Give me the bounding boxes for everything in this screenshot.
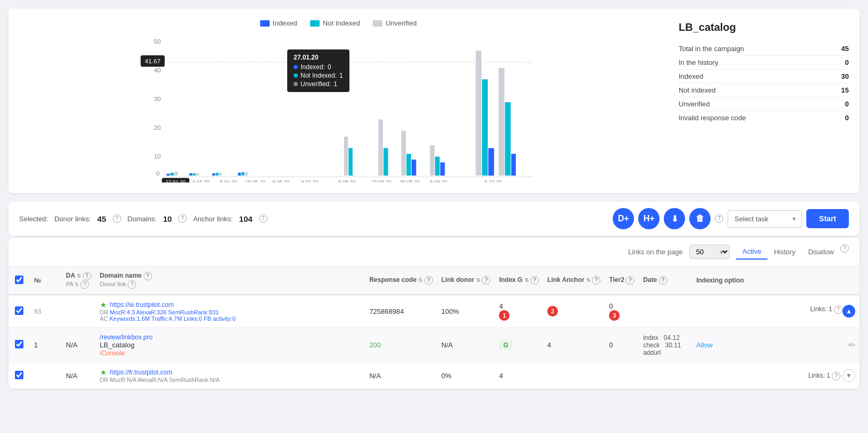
link-donor-info-icon[interactable]: ? (482, 276, 490, 285)
tab-history[interactable]: History (767, 244, 802, 260)
stat-history-value: 0 (845, 59, 849, 66)
svg-rect-31 (475, 51, 481, 176)
row-domain-cell-fr: ★ https://fr.trustpilot.com DR MozR:N/A … (96, 363, 365, 389)
sub-domain-name-1: LB_catalog (100, 341, 135, 349)
sub-index-badge-1: G (499, 340, 512, 350)
select-task-wrapper: Select task (728, 210, 802, 228)
svg-rect-27 (412, 160, 416, 176)
row-93-no: 93 (34, 308, 41, 315)
svg-text:20: 20 (154, 124, 161, 131)
stat-total-value: 45 (841, 45, 849, 53)
tab-group: Active History Disallow ? (736, 244, 849, 260)
svg-rect-16 (216, 173, 219, 176)
sub-domain-link-1[interactable]: /review/linkbox.pro (100, 334, 153, 341)
stat-invalid-value: 0 (845, 114, 849, 122)
tab-question-icon[interactable]: ? (840, 244, 849, 253)
row-da-fr: N/A (66, 372, 78, 380)
collapse-button-93[interactable]: ▲ (842, 305, 855, 318)
fb-link[interactable]: FB activity:0 (204, 315, 236, 322)
sub-row-1-checkbox[interactable] (15, 340, 23, 348)
ac-row-93: AC Keywords:1.6M Traffic:4.7M Links:0 FB… (100, 315, 361, 322)
th-da-label: DA ⇅ ? (66, 272, 91, 280)
row-response-cell-93: 725868984 (365, 295, 437, 328)
legend-unverified: Unverified (373, 19, 417, 27)
dr-row-fr: DR MozR:N/A AlexaR:N/A SemRushRank:N/A (100, 377, 361, 383)
row-93-checkbox[interactable] (15, 306, 23, 315)
row-actions-cell-fr: Links: 1 ? ▼ (756, 363, 859, 389)
row-fr-checkbox[interactable] (15, 371, 23, 379)
tab-active[interactable]: Active (736, 244, 767, 260)
download-button[interactable]: ⬇ (664, 208, 685, 229)
th-no: № (30, 267, 62, 295)
svg-rect-21 (344, 137, 348, 176)
svg-rect-33 (488, 148, 494, 176)
sub-da-1: N/A (66, 341, 78, 349)
links-info-icon-fr[interactable]: ? (832, 372, 840, 380)
svg-text:9.10.20: 9.10.20 (485, 179, 502, 182)
pa-info-icon[interactable]: ? (80, 280, 89, 289)
svg-text:9.04.20: 9.04.20 (220, 179, 237, 182)
d-plus-button[interactable]: D+ (613, 208, 634, 229)
anchor-links-info-icon[interactable]: ? (259, 214, 268, 223)
th-pa-label: PA ⇅ ? (66, 280, 91, 289)
dr-row-93: DR MozR:4.3 AlexaR:326 SemRushRank:831 (100, 309, 361, 315)
links-info-icon-93[interactable]: ? (834, 305, 842, 314)
delete-button[interactable]: 🗑 (689, 208, 711, 229)
date-info-icon[interactable]: ? (659, 276, 667, 285)
sub-checkbox-cell-1 (9, 328, 30, 363)
start-button[interactable]: Start (806, 209, 849, 228)
h-plus-button[interactable]: H+ (638, 208, 660, 229)
domain-info-icon[interactable]: ? (144, 272, 152, 280)
expand-button-fr[interactable]: ▼ (842, 369, 855, 382)
response-info-icon[interactable]: ? (424, 276, 433, 285)
sub-anchor-cell-1: 4 (543, 328, 605, 363)
svg-text:0: 0 (156, 170, 160, 177)
stat-total-label: Total in the campaign (679, 45, 744, 53)
moz-link[interactable]: MozR:4.3 (110, 309, 135, 315)
tab-disallow[interactable]: Disallow (802, 244, 840, 260)
svg-rect-35 (505, 102, 511, 176)
svg-text:50: 50 (154, 38, 161, 45)
star-icon: ★ (100, 301, 107, 309)
index-sort-icon: ⇅ (524, 277, 529, 283)
row-da-cell-fr: N/A (62, 363, 96, 389)
toolbar-info-icon[interactable]: ? (715, 214, 723, 223)
select-task-dropdown[interactable]: Select task (728, 210, 802, 228)
th-date: Date ? (639, 267, 692, 295)
tier2-info-icon[interactable]: ? (626, 276, 635, 285)
index-badge-93: 1 (499, 310, 510, 321)
domain-link-fr[interactable]: https://fr.trustpilot.com (110, 369, 172, 376)
semrush-link[interactable]: SemRushRank:831 (168, 309, 219, 315)
legend-not-indexed: Not Indexed (310, 19, 360, 27)
row-index-cell-fr: 4 (495, 363, 543, 389)
links-on-page-label: Links on the page (628, 248, 683, 256)
svg-rect-11 (174, 172, 178, 176)
stat-not-indexed-value: 15 (841, 86, 849, 94)
da-info-icon[interactable]: ? (83, 272, 91, 280)
domains-info-icon[interactable]: ? (178, 214, 187, 223)
alexa-link[interactable]: AlexaR:326 (136, 309, 166, 315)
svg-rect-23 (378, 120, 383, 176)
per-page-wrapper: 50 100 200 (689, 245, 730, 259)
svg-rect-26 (406, 154, 411, 176)
select-all-checkbox[interactable] (15, 276, 23, 284)
donor-links-label: Donor links: (54, 215, 91, 223)
traffic-link[interactable]: Traffic:4.7M (152, 315, 182, 322)
link-donor-93: 100% (441, 307, 459, 315)
stat-history: In the history 0 (679, 56, 849, 70)
stat-not-indexed: Not indexed 15 (679, 84, 849, 97)
donor-info-icon[interactable]: ? (128, 280, 136, 289)
edit-button-1[interactable]: ✏ (848, 340, 855, 350)
donor-links-info-icon[interactable]: ? (113, 214, 121, 223)
table-header: № DA ⇅ ? PA ⇅ ? Domain name ? Donor link… (9, 267, 859, 295)
per-page-select[interactable]: 50 100 200 (689, 245, 730, 259)
row-domain-cell: ★ https://ie.trustpilot.com DR MozR:4.3 … (96, 295, 365, 328)
links-link[interactable]: Links:0 (183, 315, 202, 322)
svg-text:6.09.20: 6.09.20 (430, 179, 447, 182)
anchor-info-icon[interactable]: ? (592, 276, 600, 285)
console-link-1[interactable]: /Console (100, 349, 125, 357)
sub-no-cell-1: 1 (30, 328, 62, 363)
keywords-link[interactable]: Keywords:1.6M (110, 315, 150, 322)
index-info-icon[interactable]: ? (530, 276, 539, 285)
domain-link-93[interactable]: https://ie.trustpilot.com (110, 301, 174, 309)
